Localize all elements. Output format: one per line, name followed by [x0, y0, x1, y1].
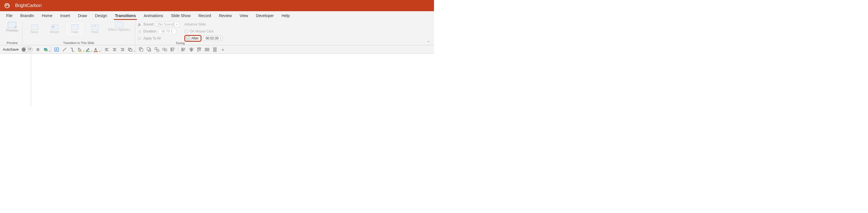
tab-design[interactable]: Design	[91, 12, 111, 20]
line-icon[interactable]	[62, 47, 67, 52]
elbow-connector-icon[interactable]	[70, 47, 75, 52]
fade-icon	[71, 25, 79, 30]
tab-brandin[interactable]: BrandIn	[17, 12, 38, 20]
group-label-transition: Transition to This Slide	[25, 41, 133, 45]
autosave-toggle[interactable]: Off	[21, 47, 32, 52]
tab-transitions[interactable]: Transitions	[111, 12, 140, 20]
app-title: BrightCarbon	[15, 3, 41, 8]
bring-forward-icon[interactable]	[139, 47, 144, 52]
outline-color-icon[interactable]	[86, 47, 91, 52]
tab-file[interactable]: File	[2, 12, 17, 20]
group-label-timing: Timing	[137, 41, 223, 45]
svg-rect-21	[141, 49, 143, 51]
svg-rect-23	[147, 47, 150, 50]
svg-rect-39	[199, 48, 200, 50]
gallery-item-push[interactable]: Push	[85, 21, 105, 37]
sound-icon	[137, 23, 142, 27]
effect-options-button[interactable]: Effect Options▾	[106, 21, 133, 32]
after-label: After:	[191, 36, 199, 40]
tab-animations[interactable]: Animations	[140, 12, 167, 20]
svg-text:A: A	[56, 48, 57, 51]
ungroup-icon[interactable]	[162, 47, 167, 52]
svg-rect-40	[205, 48, 206, 51]
title-bar: BrightCarbon	[0, 0, 434, 11]
svg-rect-29	[172, 48, 174, 49]
align-objects-left-icon[interactable]	[170, 47, 175, 52]
align-right-icon[interactable]	[120, 47, 125, 52]
textbox-icon[interactable]: A	[54, 47, 59, 52]
tab-insert[interactable]: Insert	[56, 12, 74, 20]
spinner-buttons[interactable]: ▲▼	[220, 37, 221, 40]
separator	[135, 47, 136, 52]
group-label-preview: Preview	[4, 41, 20, 45]
chevron-down-icon: ▾	[130, 29, 131, 31]
preview-icon	[8, 22, 16, 28]
distribute-vertical-icon[interactable]	[212, 47, 217, 52]
none-icon	[31, 25, 38, 30]
tab-review[interactable]: Review	[215, 12, 236, 20]
send-backward-icon[interactable]	[147, 47, 152, 52]
duration-spinner[interactable]: 00.70▲▼	[159, 29, 176, 34]
preview-button[interactable]: Preview	[4, 21, 20, 33]
on-click-checkbox[interactable]: ✓	[184, 29, 188, 33]
tab-record[interactable]: Record	[194, 12, 215, 20]
svg-rect-43	[214, 47, 216, 48]
duration-row: Duration: 00.70▲▼	[137, 28, 179, 34]
svg-rect-42	[208, 48, 209, 51]
group-icon[interactable]	[154, 47, 159, 52]
ribbon-tabs: File BrandIn Home Insert Draw Design Tra…	[0, 11, 434, 20]
gallery-item-none[interactable]: None	[25, 21, 44, 37]
collapse-ribbon-button[interactable]: ⌄	[427, 39, 430, 43]
tab-help[interactable]: Help	[278, 12, 293, 20]
svg-rect-32	[182, 48, 185, 49]
tab-view[interactable]: View	[236, 12, 252, 20]
fill-color-icon[interactable]	[78, 47, 83, 52]
push-icon	[91, 25, 99, 30]
distribute-horizontal-icon[interactable]	[205, 47, 210, 52]
after-checkbox[interactable]: ✓	[186, 36, 190, 40]
group-preview: Preview Preview	[2, 21, 23, 45]
on-mouse-click-row[interactable]: ✓ On Mouse Click	[184, 28, 223, 34]
spinner-buttons[interactable]: ▲▼	[171, 30, 173, 33]
svg-line-4	[63, 48, 66, 51]
group-transition: None Morph Fade Push	[23, 21, 135, 45]
shape-tool-icon[interactable]	[43, 47, 48, 52]
pane-divider[interactable]	[31, 54, 434, 106]
align-objects-left2-icon[interactable]	[181, 47, 186, 52]
svg-rect-24	[155, 47, 157, 49]
svg-rect-1	[45, 49, 48, 51]
separator	[101, 47, 101, 52]
svg-rect-6	[86, 51, 90, 52]
font-color-icon[interactable]: A	[93, 47, 98, 52]
sound-row: Sound: [No Sound]▾	[137, 21, 179, 28]
tab-draw[interactable]: Draw	[74, 12, 91, 20]
svg-rect-19	[130, 49, 132, 51]
settings-gear-icon[interactable]: ⚙	[35, 47, 40, 52]
quick-access-toolbar: AutoSave Off ⚙ A A »	[0, 45, 434, 54]
qat-overflow-button[interactable]: »	[220, 47, 225, 52]
after-spinner[interactable]: 00:02.00▲▼	[203, 36, 223, 41]
transition-gallery[interactable]: None Morph Fade Push	[25, 21, 105, 37]
align-objects-top-icon[interactable]	[197, 47, 202, 52]
align-left-icon[interactable]	[104, 47, 109, 52]
arrange-icon[interactable]	[128, 47, 133, 52]
gallery-item-morph[interactable]: Morph	[45, 21, 64, 37]
autosave-label: AutoSave	[3, 47, 19, 51]
separator	[178, 47, 178, 52]
group-timing: Sound: [No Sound]▾ Duration: 00.70▲▼ App…	[135, 21, 225, 45]
sound-combo[interactable]: [No Sound]▾	[156, 22, 179, 27]
apply-all-button[interactable]: Apply To All	[137, 35, 179, 41]
preview-label: Preview	[6, 29, 18, 32]
after-checkbox-highlight: ✓ After:	[184, 35, 202, 42]
svg-rect-38	[197, 48, 199, 51]
tab-home[interactable]: Home	[38, 12, 56, 20]
align-center-icon[interactable]	[112, 47, 117, 52]
svg-rect-26	[163, 48, 165, 50]
svg-rect-30	[172, 50, 174, 51]
tab-slideshow[interactable]: Slide Show	[167, 12, 194, 20]
tab-developer[interactable]: Developer	[252, 12, 278, 20]
align-objects-center-icon[interactable]	[189, 47, 194, 52]
svg-rect-8	[94, 51, 98, 52]
gallery-item-fade[interactable]: Fade	[65, 21, 85, 37]
svg-rect-25	[157, 49, 159, 51]
